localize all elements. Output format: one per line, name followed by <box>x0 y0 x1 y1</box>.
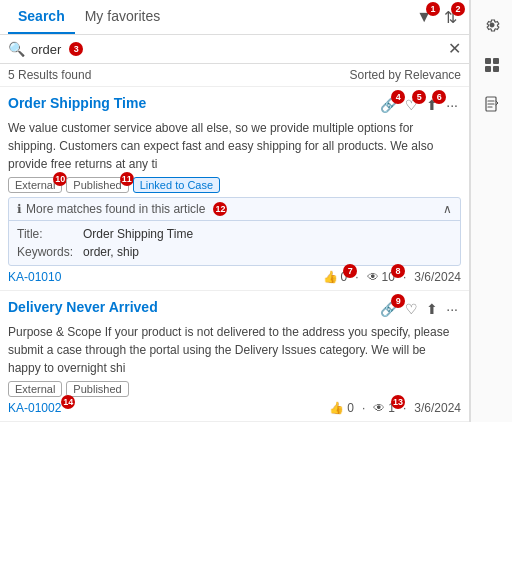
article-body-2: Purpose & Scope If your product is not d… <box>8 323 461 377</box>
sort-badge: 2 <box>451 2 465 16</box>
match-value-title: Order Shipping Time <box>83 227 193 241</box>
search-count-badge: 3 <box>69 42 83 56</box>
article-card-1: Order Shipping Time 🔗 4 ♡ 5 ⬆ 6 ··· <box>0 87 469 291</box>
search-query: order <box>31 42 61 57</box>
article-footer-1: KA-01010 👍 0 7 · 👁 10 8 · 3/6/2024 <box>8 270 461 284</box>
tab-icons: ▼ 1 ⇅ 2 <box>412 6 461 29</box>
article-header-2: Delivery Never Arrived 🔗 9 ♡ ⬆ ··· <box>8 299 461 319</box>
sort-button[interactable]: ⇅ 2 <box>440 6 461 29</box>
svg-rect-2 <box>485 66 491 72</box>
tabs-bar: Search My favorites ▼ 1 ⇅ 2 <box>0 0 469 35</box>
match-row-keywords: Keywords: order, ship <box>17 243 452 261</box>
article-id-1[interactable]: KA-01010 <box>8 270 61 284</box>
article-header-1: Order Shipping Time 🔗 4 ♡ 5 ⬆ 6 ··· <box>8 95 461 115</box>
tab-favorites[interactable]: My favorites <box>75 0 170 34</box>
share-action-2[interactable]: ⬆ <box>423 299 441 319</box>
more-matches-body: Title: Order Shipping Time Keywords: ord… <box>9 221 460 265</box>
published-badge-1: 11 <box>120 172 134 186</box>
search-icon: 🔍 <box>8 41 25 57</box>
views-badge-2: 13 <box>391 395 405 409</box>
date-1: 3/6/2024 <box>414 270 461 284</box>
search-bar: 🔍 order 3 ✕ <box>0 35 469 64</box>
article-actions-1: 🔗 4 ♡ 5 ⬆ 6 ··· <box>377 95 461 115</box>
article-title-1[interactable]: Order Shipping Time <box>8 95 371 111</box>
results-count: 5 Results found <box>8 68 91 82</box>
match-label-title: Title: <box>17 227 77 241</box>
match-value-keywords: order, ship <box>83 245 139 259</box>
article-id-badge-2: 14 <box>61 395 75 409</box>
match-row-title: Title: Order Shipping Time <box>17 225 452 243</box>
article-stats-2: 👍 0 · 👁 1 13 · 3/6/2024 <box>329 401 461 415</box>
tag-published-1: Published 11 <box>66 177 128 193</box>
sidebar-settings-button[interactable] <box>475 8 509 42</box>
tag-external-1: External 10 <box>8 177 62 193</box>
filter-badge: 1 <box>426 2 440 16</box>
date-2: 3/6/2024 <box>414 401 461 415</box>
article-id-2[interactable]: KA-01002 14 <box>8 401 61 415</box>
svg-rect-1 <box>493 58 499 64</box>
link-action-1[interactable]: 🔗 4 <box>377 95 400 115</box>
svg-rect-0 <box>485 58 491 64</box>
collapse-icon: ∧ <box>443 202 452 216</box>
article-actions-2: 🔗 9 ♡ ⬆ ··· <box>377 299 461 319</box>
tag-external-2: External <box>8 381 62 397</box>
link-action-2[interactable]: 🔗 9 <box>377 299 400 319</box>
views-icon-1: 👁 <box>367 270 379 284</box>
like-action-2[interactable]: ♡ <box>402 299 421 319</box>
sidebar-grid-button[interactable] <box>475 48 509 82</box>
article-footer-2: KA-01002 14 👍 0 · 👁 1 13 · 3/6/2024 <box>8 401 461 415</box>
like-action-1[interactable]: ♡ 5 <box>402 95 421 115</box>
clear-search-button[interactable]: ✕ <box>448 41 461 57</box>
likes-stat-1: 👍 0 7 <box>323 270 348 284</box>
filter-button[interactable]: ▼ 1 <box>412 6 436 28</box>
views-stat-1: 👁 10 8 <box>367 270 395 284</box>
article-tags-1: External 10 Published 11 Linked to Case <box>8 177 461 193</box>
views-stat-2: 👁 1 13 <box>373 401 395 415</box>
right-sidebar <box>470 0 512 422</box>
more-action-2[interactable]: ··· <box>443 299 461 319</box>
thumbs-up-icon-2: 👍 <box>329 401 344 415</box>
share-action-1[interactable]: ⬆ 6 <box>423 95 441 115</box>
more-matches-section: ℹ More matches found in this article 12 … <box>8 197 461 266</box>
thumbs-up-icon-1: 👍 <box>323 270 338 284</box>
info-icon: ℹ <box>17 202 22 216</box>
tag-published-2: Published <box>66 381 128 397</box>
article-stats-1: 👍 0 7 · 👁 10 8 · 3/6/2024 <box>323 270 461 284</box>
article-card-2: Delivery Never Arrived 🔗 9 ♡ ⬆ ··· Purpo… <box>0 291 469 422</box>
results-header: 5 Results found Sorted by Relevance <box>0 64 469 87</box>
likes-stat-2: 👍 0 <box>329 401 354 415</box>
more-matches-toggle[interactable]: ℹ More matches found in this article 12 … <box>9 198 460 221</box>
more-matches-badge: 12 <box>213 202 227 216</box>
article-title-2[interactable]: Delivery Never Arrived <box>8 299 371 315</box>
tag-linked-case-1: Linked to Case <box>133 177 220 193</box>
external-badge-1: 10 <box>53 172 67 186</box>
views-icon-2: 👁 <box>373 401 385 415</box>
more-action-1[interactable]: ··· <box>443 95 461 115</box>
sidebar-document-button[interactable] <box>475 88 509 122</box>
article-body-1: We value customer service above all else… <box>8 119 461 173</box>
more-matches-title: ℹ More matches found in this article 12 <box>17 202 227 216</box>
match-label-keywords: Keywords: <box>17 245 77 259</box>
tab-search[interactable]: Search <box>8 0 75 34</box>
results-sort: Sorted by Relevance <box>350 68 461 82</box>
views-badge-1: 8 <box>391 264 405 278</box>
article-tags-2: External Published <box>8 381 461 397</box>
svg-rect-3 <box>493 66 499 72</box>
